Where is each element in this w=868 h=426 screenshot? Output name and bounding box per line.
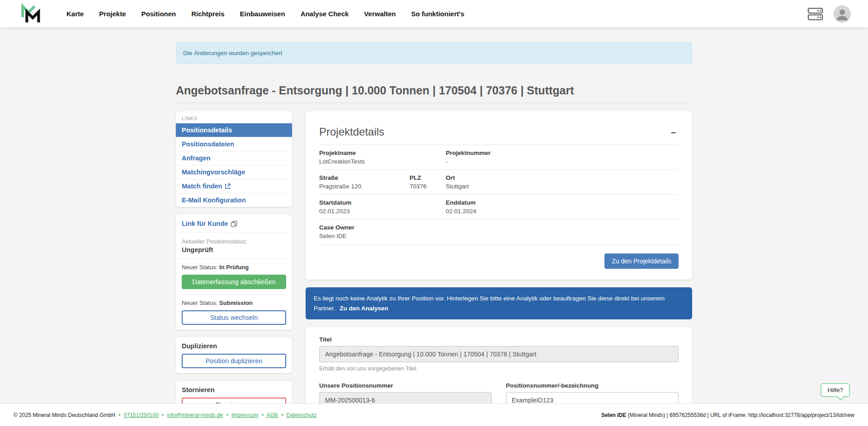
footer-separator: • (281, 412, 283, 418)
footer-link-phone[interactable]: 07151/250100 (124, 412, 159, 418)
sidebar-item-label: E-Mail Konfiguration (182, 197, 246, 204)
session-user: Selen IDE (601, 412, 626, 418)
sidebar-item-match-finden[interactable]: Match finden (176, 179, 292, 193)
sidebar-item-label: Anfragen (182, 154, 211, 162)
next-status-prefix: Neuer Status: (182, 264, 219, 271)
finish-data-entry-button[interactable]: Datenerfassung abschließen (182, 275, 286, 289)
next-status-prefix: Neuer Status: (182, 300, 219, 306)
external-link-icon (225, 183, 231, 189)
our-number-label: Unsere Positionsnummer (319, 382, 492, 389)
project-details-row: Straße Pragstraße 120 PLZ 70376 Ort Stut… (319, 169, 679, 194)
next-status-value: Submission (219, 300, 253, 306)
change-status-button[interactable]: Status wechseln (182, 310, 286, 325)
footer-separator: • (118, 412, 120, 418)
footer-left: © 2025 Mineral Minds Deutschland GmbH • … (14, 412, 316, 418)
sidebar-item-matchingvorschlaege[interactable]: Matchingvorschläge (176, 165, 292, 179)
field-enddatum: Enddatum 02.01.2024 (446, 199, 679, 215)
title-divider (176, 103, 692, 103)
copy-icon (231, 220, 237, 227)
current-status-value: Ungeprüft (182, 246, 286, 253)
sidebar-item-label: Positionsdetails (182, 126, 232, 134)
titel-input (319, 346, 679, 362)
sidebar-item-label: Match finden (182, 183, 222, 190)
footer-link-datenschutz[interactable]: Datenschutz (287, 412, 317, 418)
field-value: - (446, 158, 679, 165)
field-projektname: Projektname LotCreationTests (319, 150, 446, 165)
next-status-line: Neuer Status: Submission (182, 300, 286, 306)
help-button[interactable]: Hilfe? (821, 383, 850, 397)
top-navbar: Karte Projekte Positionen Richtpreis Ein… (0, 0, 868, 28)
field-plz: PLZ 70376 (410, 174, 446, 190)
field-value: Stuttgart (446, 183, 679, 190)
footer-link-impressum[interactable]: Impressum (231, 412, 258, 418)
copyright-text: © 2025 Mineral Minds Deutschland GmbH (14, 412, 115, 418)
field-label: Startdatum (319, 199, 446, 206)
page-title: Angebotsanfrage - Entsorgung | 10.000 To… (176, 84, 692, 97)
project-details-row: Projektname LotCreationTests Projektnumm… (319, 145, 679, 169)
field-projektnummer: Projektnummer - (446, 150, 679, 165)
mineral-minds-logo[interactable] (20, 2, 41, 26)
pos-number-label: Positionsnummer/-bezeichnung (506, 382, 679, 389)
customer-link[interactable]: Link für Kunde (182, 220, 237, 227)
customer-link-label: Link für Kunde (182, 220, 228, 227)
field-value: Selen IDE (319, 233, 679, 239)
sidebar-item-email-konfiguration[interactable]: E-Mail Konfiguration (176, 193, 292, 207)
field-ort: Ort Stuttgart (446, 174, 679, 190)
nav-item-positionen[interactable]: Positionen (134, 0, 184, 28)
footer-link-agb[interactable]: AGB (267, 412, 278, 418)
user-avatar[interactable] (834, 5, 851, 23)
collapse-icon[interactable]: – (668, 126, 679, 138)
save-confirmation-alert: Die Änderungen wurden gespeichert (176, 42, 692, 64)
field-value: 70376 (410, 183, 446, 190)
project-details-row: Startdatum 02.01.2023 Enddatum 02.01.202… (319, 194, 679, 219)
duplicate-position-button[interactable]: Position duplizieren (182, 354, 286, 368)
logo-icon (20, 2, 41, 26)
nav-item-verwalten[interactable]: Verwalten (356, 0, 403, 28)
nav-item-so-funktionierts[interactable]: So funktioniert's (403, 0, 472, 28)
footer-session-info: Selen IDE (Mineral Minds) | 69576255536d… (601, 412, 854, 418)
sidebar-links-card: LINKS Positionsdetails Positionsdateien … (176, 111, 292, 207)
sidebar-item-label: Matchingvorschläge (182, 169, 245, 176)
footer-separator: • (262, 412, 264, 418)
project-details-card: Projektdetails – Projektname LotCreation… (306, 111, 692, 280)
field-label: Ort (446, 174, 679, 181)
footer-link-email[interactable]: info@mineral-minds.de (167, 412, 223, 418)
field-label: Case Owner (319, 224, 679, 231)
main-nav: Karte Projekte Positionen Richtpreis Ein… (59, 0, 472, 28)
cancel-heading: Stornieren (182, 386, 286, 393)
alert-text: Die Änderungen wurden gespeichert (183, 50, 282, 56)
field-strasse: Straße Pragstraße 120 (319, 174, 410, 190)
session-details: (Mineral Minds) | 69576255536d | URL of … (626, 412, 854, 418)
nav-item-einbauweisen[interactable]: Einbauweisen (232, 0, 293, 28)
sidebar-item-positionsdetails[interactable]: Positionsdetails (176, 123, 292, 137)
titel-helper: Erhält den von uns vorgegebenen Titel. (319, 365, 679, 372)
status-card: Link für Kunde Aktueller Positionsstatus… (176, 215, 292, 330)
field-value: 02.01.2023 (319, 208, 446, 215)
sidebar-item-label: Positionsdateien (182, 140, 234, 148)
analytics-banner: Es liegt noch keine Analytik zu Ihrer Po… (306, 287, 692, 319)
field-value: LotCreationTests (319, 158, 446, 165)
sidebar: LINKS Positionsdetails Positionsdateien … (176, 111, 292, 417)
nav-item-projekte[interactable]: Projekte (91, 0, 133, 28)
person-icon (834, 5, 851, 23)
nav-item-richtpreis[interactable]: Richtpreis (184, 0, 232, 28)
current-status-label: Aktueller Positionsstatus: (182, 238, 286, 245)
field-case-owner: Case Owner Selen IDE (319, 224, 679, 239)
nav-item-analyse-check[interactable]: Analyse Check (293, 0, 357, 28)
duplicate-heading: Duplizieren (182, 342, 286, 350)
footer: © 2025 Mineral Minds Deutschland GmbH • … (0, 403, 868, 426)
field-value: Pragstraße 120 (319, 183, 410, 190)
sidebar-item-positionsdateien[interactable]: Positionsdateien (176, 137, 292, 151)
titel-label: Titel (319, 336, 679, 343)
nav-item-karte[interactable]: Karte (59, 0, 91, 28)
field-label: Projektnummer (446, 150, 679, 156)
main-content: Projektdetails – Projektname LotCreation… (306, 111, 692, 426)
server-stack-icon[interactable] (807, 7, 824, 21)
go-to-analyses-link[interactable]: Zu den Analysen (340, 305, 388, 312)
go-to-project-details-button[interactable]: Zu den Projektdetails (604, 253, 679, 269)
field-label: Projektname (319, 150, 446, 156)
project-details-heading: Projektdetails (319, 126, 384, 138)
project-details-row: Case Owner Selen IDE (319, 219, 679, 244)
duplicate-card: Duplizieren Position duplizieren (176, 337, 292, 373)
sidebar-item-anfragen[interactable]: Anfragen (176, 151, 292, 165)
